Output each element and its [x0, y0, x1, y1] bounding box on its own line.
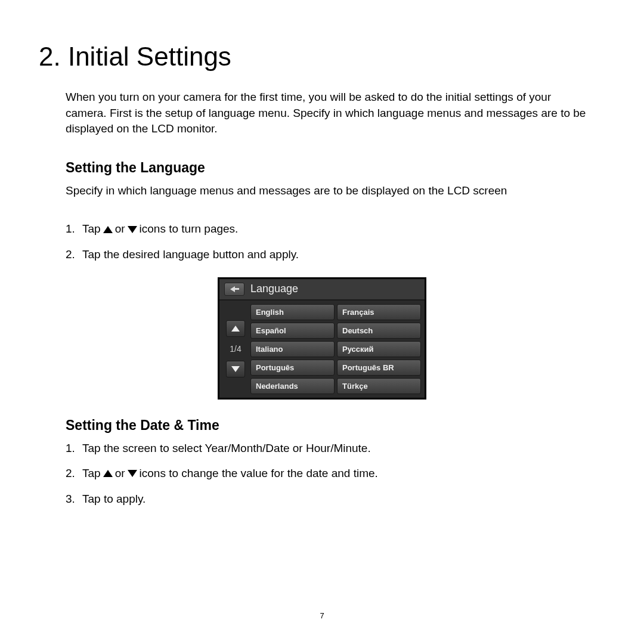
back-arrow-line	[234, 288, 239, 290]
step-number: 3.	[66, 491, 82, 507]
step-number: 1.	[66, 441, 82, 457]
language-button[interactable]: Nederlands	[250, 378, 335, 394]
step-number: 2.	[66, 247, 82, 263]
language-button[interactable]: Português	[250, 360, 335, 376]
step-text: Tap to apply.	[82, 491, 145, 507]
page-number: 7	[0, 611, 644, 620]
back-button[interactable]	[224, 283, 244, 296]
pager: 1/4	[222, 303, 249, 395]
language-button[interactable]: Türkçe	[337, 378, 421, 394]
chapter-title: 2. Initial Settings	[39, 42, 608, 72]
date-steps: 1. Tap the screen to select Year/Month/D…	[66, 441, 608, 507]
page-up-button[interactable]	[226, 320, 245, 337]
language-button[interactable]: Español	[250, 323, 335, 339]
page-down-button[interactable]	[226, 361, 245, 377]
step-text: Tap the desired language button and appl…	[82, 247, 299, 263]
down-arrow-icon	[128, 226, 137, 233]
up-arrow-icon	[231, 326, 240, 332]
down-arrow-icon	[128, 470, 137, 477]
screen-title: Language	[250, 283, 298, 295]
lcd-screenshot: Language 1/4 English Français Español De…	[218, 277, 426, 400]
page-indicator: 1/4	[230, 344, 241, 354]
step-text: or	[115, 221, 125, 237]
language-steps: 1. Tap or icons to turn pages. 2. Tap th…	[66, 221, 608, 262]
language-button[interactable]: English	[250, 304, 335, 320]
language-button[interactable]: Русский	[337, 341, 421, 357]
language-button[interactable]: Deutsch	[337, 323, 421, 339]
section-language-desc: Specify in which language menus and mess…	[66, 183, 590, 199]
up-arrow-icon	[103, 226, 113, 233]
language-button[interactable]: Italiano	[250, 341, 335, 357]
step-number: 2.	[66, 466, 82, 482]
language-button[interactable]: Français	[337, 304, 421, 320]
section-date-title: Setting the Date & Time	[66, 417, 608, 434]
step-text: Tap	[82, 466, 101, 482]
step-text: or	[115, 466, 125, 482]
step-text: icons to turn pages.	[140, 221, 239, 237]
step-text: Tap	[82, 221, 101, 237]
language-button[interactable]: Português BR	[337, 360, 421, 376]
step-text: Tap the screen to select Year/Month/Date…	[82, 441, 371, 457]
down-arrow-icon	[231, 366, 240, 372]
language-grid: English Français Español Deutsch Italian…	[249, 303, 422, 395]
step-text: icons to change the value for the date a…	[140, 466, 378, 482]
up-arrow-icon	[103, 470, 113, 477]
step-number: 1.	[66, 221, 82, 237]
section-language-title: Setting the Language	[66, 160, 608, 176]
intro-text: When you turn on your camera for the fir…	[66, 89, 590, 137]
